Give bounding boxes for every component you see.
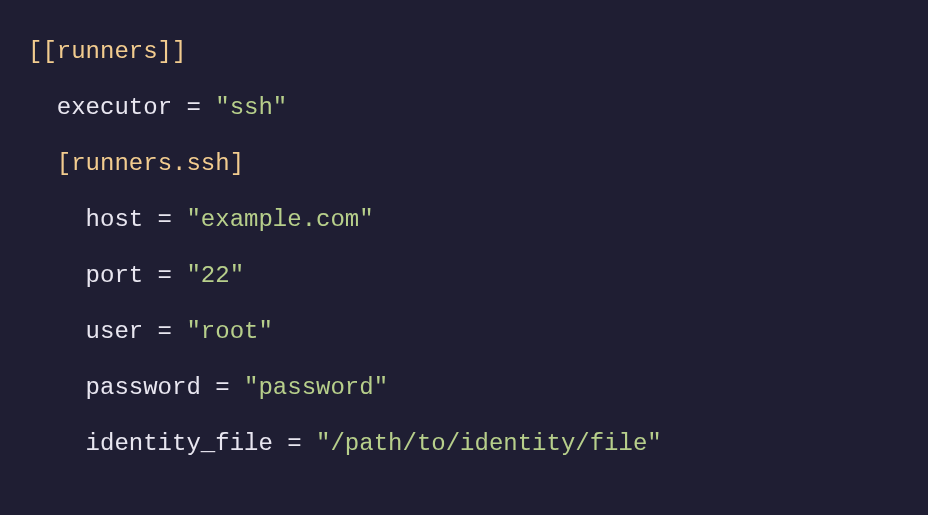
equals-sign: = [273, 430, 316, 457]
code-block: [[runners]] executor = "ssh" [runners.ss… [0, 0, 928, 496]
key-password: password [86, 374, 201, 401]
section-runners-ssh: [runners.ssh] [57, 150, 244, 177]
key-host: host [86, 206, 144, 233]
equals-sign: = [143, 206, 186, 233]
value-port: "22" [186, 262, 244, 289]
value-identity-file: "/path/to/identity/file" [316, 430, 662, 457]
equals-sign: = [201, 374, 244, 401]
value-executor: "ssh" [215, 94, 287, 121]
value-user: "root" [186, 318, 272, 345]
section-runners: [[runners]] [28, 38, 186, 65]
key-user: user [86, 318, 144, 345]
equals-sign: = [143, 318, 186, 345]
key-executor: executor [57, 94, 172, 121]
key-port: port [86, 262, 144, 289]
equals-sign: = [143, 262, 186, 289]
value-password: "password" [244, 374, 388, 401]
value-host: "example.com" [186, 206, 373, 233]
equals-sign: = [172, 94, 215, 121]
key-identity-file: identity_file [86, 430, 273, 457]
